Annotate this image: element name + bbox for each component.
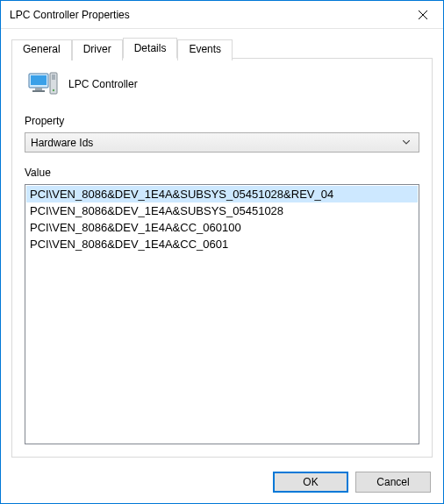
device-icon xyxy=(28,71,58,97)
list-item[interactable]: PCI\VEN_8086&DEV_1E4A&SUBSYS_05451028&RE… xyxy=(26,186,418,202)
titlebar: LPC Controller Properties xyxy=(1,1,443,29)
property-select[interactable]: Hardware Ids xyxy=(25,132,419,153)
property-label: Property xyxy=(25,115,419,127)
svg-point-8 xyxy=(53,89,54,91)
svg-rect-4 xyxy=(35,88,42,90)
svg-rect-7 xyxy=(52,75,55,80)
list-item[interactable]: PCI\VEN_8086&DEV_1E4A&CC_060100 xyxy=(26,219,418,236)
tab-details[interactable]: Details xyxy=(123,38,178,59)
svg-rect-3 xyxy=(31,75,47,85)
device-header: LPC Controller xyxy=(25,71,419,97)
dialog-content: General Driver Details Events LPC Contro… xyxy=(1,29,443,463)
tabstrip: General Driver Details Events xyxy=(11,38,433,59)
dialog-footer: OK Cancel xyxy=(1,463,443,503)
device-name: LPC Controller xyxy=(68,78,138,90)
tab-driver[interactable]: Driver xyxy=(72,39,123,60)
value-listbox[interactable]: PCI\VEN_8086&DEV_1E4A&SUBSYS_05451028&RE… xyxy=(25,184,419,444)
list-item[interactable]: PCI\VEN_8086&DEV_1E4A&CC_0601 xyxy=(26,236,418,252)
list-item[interactable]: PCI\VEN_8086&DEV_1E4A&SUBSYS_05451028 xyxy=(26,202,418,219)
ok-button[interactable]: OK xyxy=(273,472,348,493)
chevron-down-icon xyxy=(399,140,413,145)
close-button[interactable] xyxy=(403,1,443,29)
property-selected-value: Hardware Ids xyxy=(31,137,399,149)
close-icon xyxy=(419,11,427,19)
value-label: Value xyxy=(25,167,419,179)
tab-events[interactable]: Events xyxy=(177,39,233,60)
tabpanel-details: LPC Controller Property Hardware Ids Val… xyxy=(11,58,433,458)
tab-general[interactable]: General xyxy=(11,39,72,60)
window-title: LPC Controller Properties xyxy=(10,9,403,21)
svg-rect-5 xyxy=(32,90,45,92)
cancel-button[interactable]: Cancel xyxy=(355,472,431,493)
